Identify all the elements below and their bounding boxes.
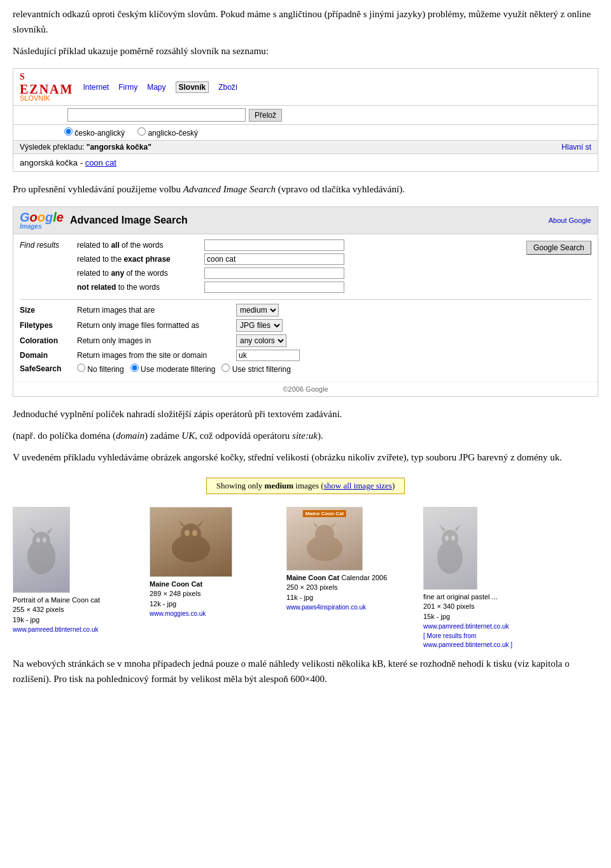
seznam-nav-internet[interactable]: Internet xyxy=(83,83,109,92)
show-all-sizes-link[interactable]: show all image sizes xyxy=(324,481,392,490)
image-domain-1[interactable]: www.pamreed.btinternet.co.uk xyxy=(13,626,99,633)
filetype-select[interactable]: JPG files xyxy=(236,319,283,332)
google-logo-text: Google xyxy=(20,210,64,224)
svg-marker-9 xyxy=(197,520,204,526)
row-exact-input[interactable] xyxy=(204,253,344,265)
seznam-translation: angorská kočka - coon cat xyxy=(13,154,598,171)
svg-point-5 xyxy=(43,537,46,543)
image-dims-3: 250 × 203 pixels xyxy=(286,583,414,592)
image-result-2: Maine Coon Cat 289 × 248 pixels 12k - jp… xyxy=(150,507,277,650)
image-placeholder-1 xyxy=(13,507,70,593)
seznam-logo-text: SEZNAM SLOVNÍK xyxy=(20,72,73,102)
image-size-3: 11k - jpg xyxy=(286,593,414,602)
safesearch-moderate[interactable]: Use moderate filtering xyxy=(130,364,216,374)
image-size-4: 15k - jpg xyxy=(423,612,551,622)
seznam-nav-firmy[interactable]: Firmy xyxy=(118,83,137,92)
image-caption-2: Maine Coon Cat 289 × 248 pixels 12k - jp… xyxy=(150,580,277,619)
seznam-result-label: Výsledek překladu: "angorská kočka" xyxy=(20,143,151,152)
svg-point-7 xyxy=(181,523,201,544)
image-size-1: 19k - jpg xyxy=(13,615,140,625)
seznam-result-bar: Výsledek překladu: "angorská kočka" Hlav… xyxy=(13,140,598,154)
row-not-input[interactable] xyxy=(204,281,344,293)
image-domain-4[interactable]: www.pamreed.btinternet.co.uk xyxy=(423,623,509,630)
size-select[interactable]: medium xyxy=(236,304,279,317)
svg-point-17 xyxy=(442,530,458,548)
image-title-4: fine art original pastel ... xyxy=(423,592,551,602)
more-results-link[interactable]: [ More results from www.pamreed.btintern… xyxy=(423,632,512,648)
svg-marker-14 xyxy=(313,522,319,527)
row-any-desc: related to any of the words xyxy=(77,269,204,278)
intro-para1: relevantních odkazů oproti českým klíčov… xyxy=(13,6,598,37)
seznam-nav-mapy[interactable]: Mapy xyxy=(147,83,165,92)
seznam-translation-link[interactable]: coon cat xyxy=(85,158,116,167)
svg-point-1 xyxy=(32,532,50,550)
image-result-3: Maine Coon Cat Maine Coon Cat Calendar 2… xyxy=(286,507,414,650)
svg-point-10 xyxy=(185,530,190,536)
cat-silhouette-4 xyxy=(433,522,468,576)
google-widget-body: Find results related to all of the words… xyxy=(13,234,598,381)
seznam-logo: SEZNAM SLOVNÍK xyxy=(20,72,73,102)
google-images-text: Images xyxy=(20,224,64,230)
row-exact-desc: related to the exact phrase xyxy=(77,255,204,264)
svg-marker-15 xyxy=(330,522,337,527)
image-placeholder-4 xyxy=(423,507,477,590)
image-dims-2: 289 × 248 pixels xyxy=(150,589,277,599)
svg-point-11 xyxy=(192,530,197,536)
svg-marker-2 xyxy=(30,527,36,534)
google-header-left: Google Images Advanced Image Search xyxy=(20,211,188,230)
row-all-input[interactable] xyxy=(204,239,344,251)
svg-point-4 xyxy=(36,537,40,543)
safesearch-strict[interactable]: Use strict filtering xyxy=(221,364,290,374)
size-desc: Return images that are xyxy=(77,306,236,315)
svg-marker-8 xyxy=(178,520,185,526)
size-label: Size xyxy=(20,306,77,315)
seznam-search-input[interactable] xyxy=(67,108,246,122)
about-google-link[interactable]: About Google xyxy=(549,217,591,224)
google-widget: Google Images Advanced Image Search Abou… xyxy=(13,206,598,397)
size-row: Size Return images that are medium xyxy=(20,304,591,317)
coloration-select[interactable]: any colors xyxy=(236,334,286,347)
uk-italic: UK xyxy=(181,430,195,441)
seznam-radio-en-cs[interactable]: anglicko-český xyxy=(137,127,198,138)
svg-point-21 xyxy=(451,536,455,541)
final-text: Na webových stránkách se v mnoha případe… xyxy=(13,656,598,687)
filetype-label: Filetypes xyxy=(20,321,77,330)
cat-silhouette-1 xyxy=(22,525,60,576)
seznam-nav-zbozi[interactable]: Zboží xyxy=(218,83,237,92)
image-caption-4: fine art original pastel ... 201 × 340 p… xyxy=(423,592,551,650)
seznam-result-value: "angorská kočka" xyxy=(87,143,151,152)
domain-label: Domain xyxy=(20,351,77,360)
seznam-translation-dash: - xyxy=(80,158,85,167)
svg-marker-3 xyxy=(46,527,53,534)
seznam-widget: SEZNAM SLOVNÍK Internet Firmy Mapy Slovn… xyxy=(13,68,598,172)
image-results: Portrait of a Maine Coon cat 255 × 432 p… xyxy=(13,507,598,650)
seznam-nav-slovnik[interactable]: Slovník xyxy=(176,82,209,93)
row-all-desc: related to all of the words xyxy=(77,241,204,250)
google-widget-header: Google Images Advanced Image Search Abou… xyxy=(13,207,598,234)
row-not-desc: not related to the words xyxy=(77,283,204,292)
showing-close: ) xyxy=(392,481,395,490)
svg-marker-18 xyxy=(439,524,446,531)
image-domain-3[interactable]: www.paws4inspiration.co.uk xyxy=(286,604,366,611)
image-domain-2[interactable]: www.moggies.co.uk xyxy=(150,610,206,617)
svg-point-20 xyxy=(445,536,449,541)
google-search-button[interactable]: Google Search xyxy=(526,241,591,255)
divider-1 xyxy=(20,299,591,300)
showing-bold: medium xyxy=(265,481,294,490)
domain-desc: Return images from the site or domain xyxy=(77,351,236,360)
domain-input[interactable] xyxy=(236,350,300,361)
safesearch-no-filter[interactable]: No filtering xyxy=(77,364,124,374)
showing-text-after: images ( xyxy=(293,481,324,490)
search-row-any: related to any of the words xyxy=(77,267,520,279)
seznam-nav: Internet Firmy Mapy Slovník Zboží xyxy=(83,82,591,93)
search-row-exact: related to the exact phrase xyxy=(77,253,520,265)
row-any-input[interactable] xyxy=(204,267,344,279)
text-after-para3: V uvedeném příkladu vyhledáváme obrázek … xyxy=(13,450,598,465)
seznam-hlavni-link[interactable]: Hlavní st xyxy=(561,143,591,152)
seznam-preloz-button[interactable]: Přelož xyxy=(249,109,282,122)
coloration-desc: Return only images in xyxy=(77,336,236,345)
text-after-para1: Jednoduché vyplnění políček nahradí slož… xyxy=(13,406,598,422)
image-caption-1: Portrait of a Maine Coon cat 255 × 432 p… xyxy=(13,595,140,635)
seznam-radio-cs-en[interactable]: česko-anglický xyxy=(64,127,125,138)
find-results-right: Google Search xyxy=(520,239,591,255)
